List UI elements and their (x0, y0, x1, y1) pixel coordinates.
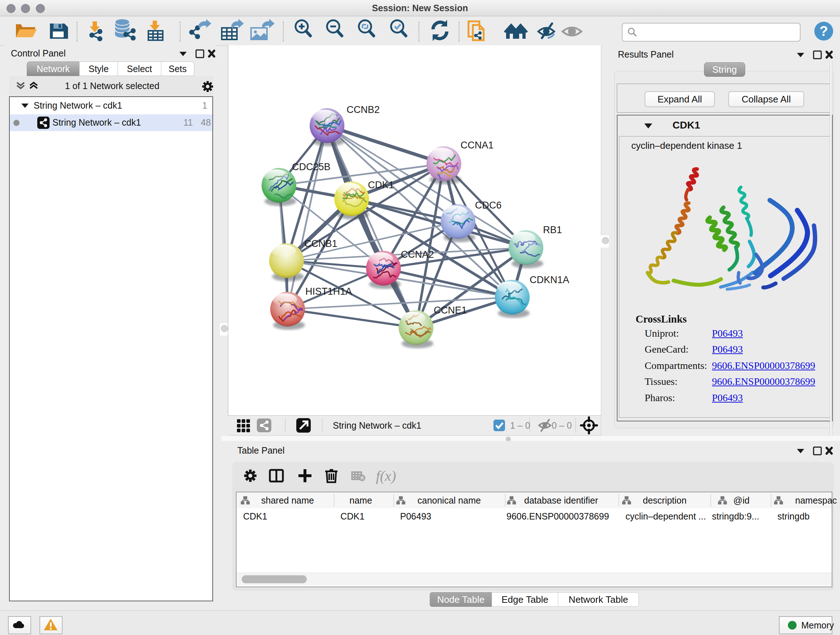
svg-text:CDK1: CDK1 (368, 180, 394, 190)
svg-text:CCNA1: CCNA1 (461, 140, 494, 150)
svg-text:CDKN1A: CDKN1A (530, 274, 569, 285)
svg-text:f(x): f(x) (376, 468, 396, 484)
svg-text:CCNB1: CCNB1 (304, 238, 338, 249)
svg-text:CCNA2: CCNA2 (401, 249, 434, 260)
svg-text:?: ? (819, 24, 828, 39)
svg-text:CCNB2: CCNB2 (347, 104, 380, 115)
svg-text:CDC25B: CDC25B (292, 162, 331, 172)
svg-text:CDC6: CDC6 (475, 200, 502, 211)
svg-text:HIST1H1A: HIST1H1A (305, 286, 352, 297)
svg-text:RB1: RB1 (543, 225, 562, 235)
svg-text:CCNE1: CCNE1 (434, 305, 467, 316)
